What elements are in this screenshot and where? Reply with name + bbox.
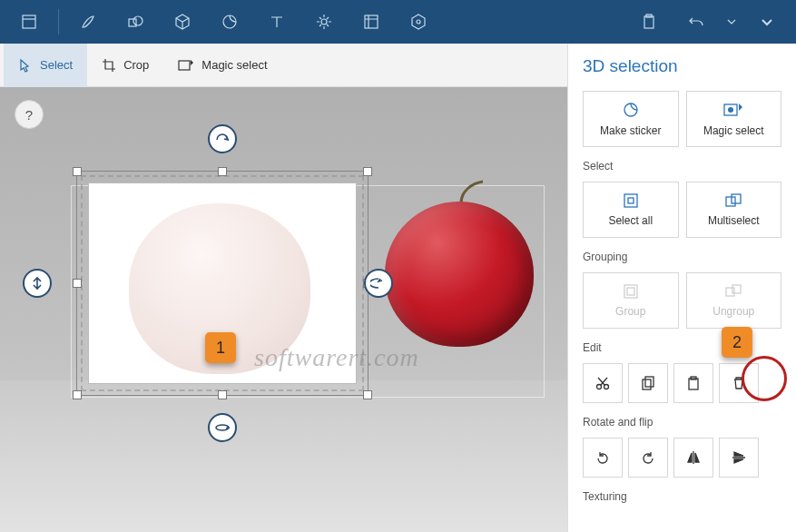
paste-icon[interactable] xyxy=(627,0,671,44)
ungroup-button: Ungroup xyxy=(686,272,782,329)
menu-new-icon[interactable] xyxy=(7,0,51,44)
rotate-y-handle[interactable] xyxy=(364,269,393,298)
help-button[interactable]: ? xyxy=(15,100,44,129)
svg-rect-28 xyxy=(645,377,654,387)
flip-vertical-button[interactable] xyxy=(719,438,759,478)
svg-point-16 xyxy=(728,107,733,113)
rotate-x-handle[interactable] xyxy=(208,124,237,153)
select-tab-label: Select xyxy=(40,58,73,72)
svg-point-4 xyxy=(321,19,327,25)
svg-rect-1 xyxy=(129,19,136,26)
select-all-button[interactable]: Select all xyxy=(583,182,679,238)
library-3d-icon[interactable] xyxy=(397,0,440,44)
svg-point-25 xyxy=(597,385,602,389)
section-texturing-label: Texturing xyxy=(583,490,781,503)
svg-rect-27 xyxy=(643,379,651,389)
delete-button[interactable] xyxy=(719,363,759,403)
rotate-z-handle[interactable] xyxy=(208,413,237,442)
svg-rect-24 xyxy=(732,285,741,293)
shapes-3d-icon[interactable] xyxy=(161,0,204,44)
copy-button[interactable] xyxy=(628,363,668,403)
svg-rect-23 xyxy=(726,288,734,296)
svg-rect-0 xyxy=(23,15,35,28)
svg-rect-19 xyxy=(726,197,735,206)
section-grouping-label: Grouping xyxy=(583,251,781,263)
svg-rect-29 xyxy=(689,379,698,389)
properties-panel: 3D selection Make sticker Magic select S… xyxy=(567,44,796,532)
canvas-floor xyxy=(0,380,567,532)
svg-rect-18 xyxy=(628,198,634,203)
shapes-2d-icon[interactable] xyxy=(113,0,157,44)
magic-select-button[interactable]: Magic select xyxy=(686,91,782,147)
svg-rect-9 xyxy=(179,61,190,70)
cut-button[interactable] xyxy=(583,363,623,403)
callout-2: 2 xyxy=(722,327,752,358)
text-icon[interactable] xyxy=(255,0,299,44)
multiselect-button[interactable]: Multiselect xyxy=(686,182,782,238)
top-toolbar xyxy=(0,0,796,44)
svg-rect-7 xyxy=(644,16,654,28)
svg-point-26 xyxy=(604,385,609,389)
resize-handle-tr[interactable] xyxy=(363,167,372,176)
magic-select-tab-label: Magic select xyxy=(201,58,267,72)
resize-handle-b[interactable] xyxy=(218,390,227,399)
crop-tab-label: Crop xyxy=(123,58,149,72)
svg-rect-20 xyxy=(732,194,741,203)
make-sticker-button[interactable]: Make sticker xyxy=(583,91,679,147)
resize-handle-t[interactable] xyxy=(218,167,227,176)
panel-title: 3D selection xyxy=(583,44,781,91)
paste-button[interactable] xyxy=(673,363,713,403)
stickers-icon[interactable] xyxy=(208,0,251,44)
canvas-area[interactable]: ? 1 softwarert.com xyxy=(0,87,567,532)
rotate-cw-button[interactable] xyxy=(628,438,668,478)
group-button: Group xyxy=(583,272,679,329)
resize-handle-br[interactable] xyxy=(363,390,372,399)
depth-handle[interactable] xyxy=(23,269,52,298)
select-tab[interactable]: Select xyxy=(4,44,87,87)
red-apple-object[interactable] xyxy=(385,180,537,350)
undo-icon[interactable] xyxy=(674,0,718,44)
svg-point-6 xyxy=(417,20,420,24)
svg-rect-5 xyxy=(365,15,378,28)
resize-handle-tl[interactable] xyxy=(73,167,82,176)
svg-rect-17 xyxy=(624,194,637,207)
history-dropdown-icon[interactable] xyxy=(722,0,742,44)
svg-point-2 xyxy=(133,16,142,25)
section-rotate-label: Rotate and flip xyxy=(583,416,781,429)
magic-select-tab[interactable]: Magic select xyxy=(163,44,281,87)
toolbar-divider xyxy=(58,9,59,34)
crop-tab[interactable]: Crop xyxy=(87,44,163,87)
resize-handle-l[interactable] xyxy=(73,279,82,288)
expand-chevron-icon[interactable] xyxy=(745,0,789,44)
callout-1: 1 xyxy=(205,332,236,363)
rotate-ccw-button[interactable] xyxy=(583,438,623,478)
resize-handle-bl[interactable] xyxy=(73,390,82,399)
canvas-icon[interactable] xyxy=(349,0,393,44)
svg-rect-21 xyxy=(624,285,637,298)
brush-icon[interactable] xyxy=(66,0,110,44)
svg-rect-22 xyxy=(627,288,634,295)
edit-button-row: 2 xyxy=(583,363,781,403)
flip-horizontal-button[interactable] xyxy=(673,438,713,478)
effects-icon[interactable] xyxy=(302,0,346,44)
section-select-label: Select xyxy=(583,160,781,172)
